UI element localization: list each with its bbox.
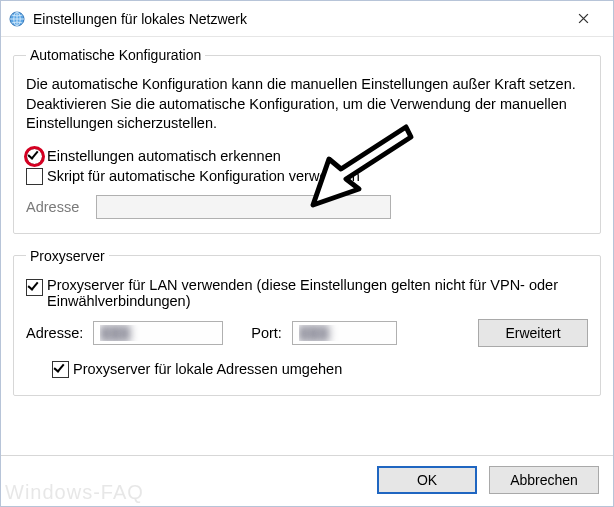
proxy-bypass-checkbox[interactable] [52,361,69,378]
proxy-address-input[interactable] [93,321,223,345]
internet-options-icon [9,11,25,27]
proxy-server-group: Proxyserver Proxyserver für LAN verwende… [13,248,601,396]
proxy-bypass-row: Proxyserver für lokale Adressen umgehen [52,361,588,378]
proxy-use-checkbox[interactable] [26,279,43,296]
ok-button[interactable]: OK [377,466,477,494]
advanced-button[interactable]: Erweitert [478,319,588,347]
proxy-port-label: Port: [251,325,282,341]
auto-script-checkbox[interactable] [26,168,43,185]
auto-script-label: Skript für automatische Konfiguration ve… [47,168,360,184]
close-icon [578,13,589,24]
window-title: Einstellungen für lokales Netzwerk [33,11,561,27]
auto-script-address-input [96,195,391,219]
proxy-bypass-label: Proxyserver für lokale Adressen umgehen [73,361,342,377]
lan-settings-window: Einstellungen für lokales Netzwerk Autom… [0,0,614,507]
dialog-footer: OK Abbrechen [1,455,613,506]
auto-detect-checkbox[interactable] [26,148,43,165]
proxy-use-label: Proxyserver für LAN verwenden (diese Ein… [47,277,588,309]
cancel-button[interactable]: Abbrechen [489,466,599,494]
auto-detect-row: Einstellungen automatisch erkennen [26,148,588,165]
proxy-server-legend: Proxyserver [26,248,109,264]
automatic-configuration-group: Automatische Konfiguration Die automatis… [13,47,601,234]
auto-script-address-label: Adresse [26,199,96,215]
proxy-port-input[interactable] [292,321,397,345]
automatic-configuration-legend: Automatische Konfiguration [26,47,205,63]
close-button[interactable] [561,4,605,34]
auto-script-row: Skript für automatische Konfiguration ve… [26,168,588,185]
proxy-use-row: Proxyserver für LAN verwenden (diese Ein… [26,277,588,309]
titlebar: Einstellungen für lokales Netzwerk [1,1,613,37]
proxy-address-label: Adresse: [26,325,83,341]
auto-detect-label: Einstellungen automatisch erkennen [47,148,281,164]
automatic-configuration-desc: Die automatische Konfiguration kann die … [26,75,588,134]
auto-script-address-row: Adresse [26,195,588,219]
dialog-body: Automatische Konfiguration Die automatis… [1,37,613,455]
proxy-address-row: Adresse: Port: Erweitert [26,319,588,347]
